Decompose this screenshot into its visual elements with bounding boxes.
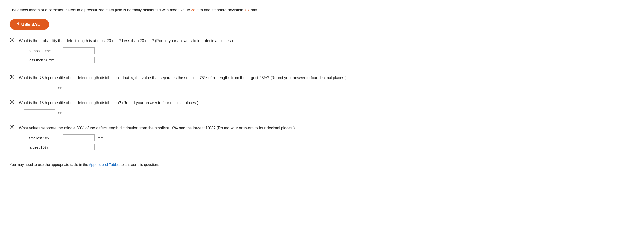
answer-d2-input[interactable]	[63, 144, 95, 151]
answer-d2-unit: mm	[98, 145, 104, 149]
question-b-block: (b) What is the 75th percentile of the d…	[10, 75, 634, 91]
answer-a2-row: less than 20mm	[29, 57, 634, 63]
question-b-content: What is the 75th percentile of the defec…	[19, 75, 634, 91]
answer-a1-row: at most 20mm	[29, 47, 634, 54]
intro-text-after: mm.	[250, 8, 258, 12]
answer-d2-label: largest 10%	[29, 145, 60, 149]
answer-c1-unit: mm	[57, 111, 63, 115]
answer-c1-input[interactable]	[24, 109, 55, 116]
std-value: 7.7	[244, 8, 250, 12]
question-a-content: What is the probability that defect leng…	[19, 38, 634, 66]
answer-a2-label: less than 20mm	[29, 58, 60, 62]
intro-paragraph: The defect length of a corrosion defect …	[10, 7, 634, 13]
question-d-row: (d) What values separate the middle 80% …	[10, 125, 634, 153]
question-a-letter: (a)	[10, 38, 17, 42]
salt-icon: ⎙	[16, 22, 20, 27]
question-a-row: (a) What is the probability that defect …	[10, 38, 634, 66]
answer-c1-row: mm	[24, 109, 634, 116]
question-b-letter: (b)	[10, 75, 17, 79]
question-a-text: What is the probability that defect leng…	[19, 38, 634, 44]
footer-paragraph: You may need to use the appropriate tabl…	[10, 162, 634, 168]
use-salt-button[interactable]: ⎙ USE SALT	[10, 19, 49, 30]
question-d-text: What values separate the middle 80% of t…	[19, 125, 634, 131]
answer-b1-unit: mm	[57, 86, 63, 90]
mean-value: 28	[191, 8, 195, 12]
answer-a1-label: at most 20mm	[29, 49, 60, 53]
answer-d1-input[interactable]	[63, 135, 95, 141]
question-d-content: What values separate the middle 80% of t…	[19, 125, 634, 153]
question-c-content: What is the 15th percentile of the defec…	[19, 100, 634, 116]
question-b-text: What is the 75th percentile of the defec…	[19, 75, 634, 81]
answer-d1-row: smallest 10% mm	[29, 135, 634, 141]
question-b-row: (b) What is the 75th percentile of the d…	[10, 75, 634, 91]
footer-text-before: You may need to use the appropriate tabl…	[10, 162, 89, 167]
intro-text-between: mm and standard deviation	[195, 8, 244, 12]
answer-d2-row: largest 10% mm	[29, 144, 634, 151]
appendix-link[interactable]: Appendix of Tables	[89, 162, 120, 167]
question-c-letter: (c)	[10, 100, 17, 104]
intro-text-before: The defect length of a corrosion defect …	[10, 8, 191, 12]
answer-b1-row: mm	[24, 84, 634, 91]
question-d-block: (d) What values separate the middle 80% …	[10, 125, 634, 153]
answer-b1-input[interactable]	[24, 84, 55, 91]
question-d-letter: (d)	[10, 125, 17, 129]
answer-a2-input[interactable]	[63, 57, 95, 63]
answer-a1-input[interactable]	[63, 47, 95, 54]
question-c-text: What is the 15th percentile of the defec…	[19, 100, 634, 106]
question-a-block: (a) What is the probability that defect …	[10, 38, 634, 66]
footer-text-after: to answer this question.	[120, 162, 159, 167]
question-c-block: (c) What is the 15th percentile of the d…	[10, 100, 634, 116]
answer-d1-label: smallest 10%	[29, 136, 60, 140]
answer-d1-unit: mm	[98, 136, 104, 140]
question-c-row: (c) What is the 15th percentile of the d…	[10, 100, 634, 116]
use-salt-label: USE SALT	[21, 22, 42, 27]
